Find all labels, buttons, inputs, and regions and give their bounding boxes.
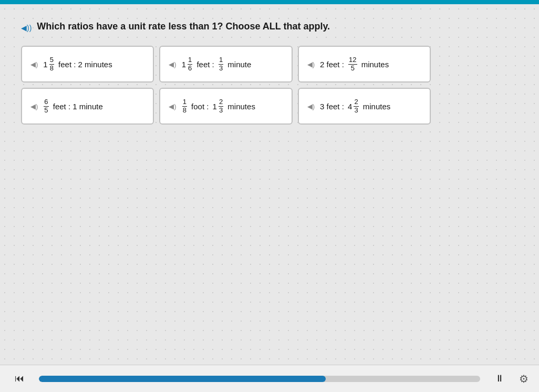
option4-math: 65 feet : 1 minute xyxy=(43,98,102,114)
main-content: Which ratios have a unit rate less than … xyxy=(0,4,539,365)
question-row: Which ratios have a unit rate less than … xyxy=(21,20,518,33)
option1-math: 1 58 feet : 2 minutes xyxy=(43,56,112,72)
play-pause-button[interactable]: ⏸ xyxy=(491,371,509,386)
settings-button[interactable]: ⚙ xyxy=(519,373,528,385)
progress-fill xyxy=(39,376,326,382)
option2-math: 1 16 feet : 13 minute xyxy=(182,56,252,72)
question-text: Which ratios have a unit rate less than … xyxy=(37,20,330,33)
options-grid: 1 58 feet : 2 minutes 1 16 feet : 13 min… xyxy=(21,46,431,125)
option2-speaker-icon[interactable] xyxy=(169,59,176,69)
option6-speaker-icon[interactable] xyxy=(307,101,315,111)
top-bar xyxy=(0,0,539,4)
option-card-2[interactable]: 1 16 feet : 13 minute xyxy=(159,46,292,82)
skip-back-button[interactable]: ⏮ xyxy=(11,371,28,386)
option3-math: 2 feet : 125 minutes xyxy=(320,56,389,72)
option4-speaker-icon[interactable] xyxy=(30,101,38,111)
option3-speaker-icon[interactable] xyxy=(307,59,315,69)
option-card-1[interactable]: 1 58 feet : 2 minutes xyxy=(21,46,154,82)
option5-speaker-icon[interactable] xyxy=(169,101,176,111)
question-speaker-icon[interactable] xyxy=(21,21,32,33)
progress-bar-container[interactable] xyxy=(39,376,480,382)
option-card-6[interactable]: 3 feet : 4 23 minutes xyxy=(298,88,431,125)
option-card-4[interactable]: 65 feet : 1 minute xyxy=(21,88,154,125)
option-card-5[interactable]: 18 foot : 1 23 minutes xyxy=(159,88,292,125)
option-card-3[interactable]: 2 feet : 125 minutes xyxy=(298,46,431,82)
bottom-bar: ⏮ ⏸ ⚙ xyxy=(0,365,539,392)
option1-speaker-icon[interactable] xyxy=(30,59,38,69)
option6-math: 3 feet : 4 23 minutes xyxy=(320,98,390,114)
option5-math: 18 foot : 1 23 minutes xyxy=(182,98,255,114)
